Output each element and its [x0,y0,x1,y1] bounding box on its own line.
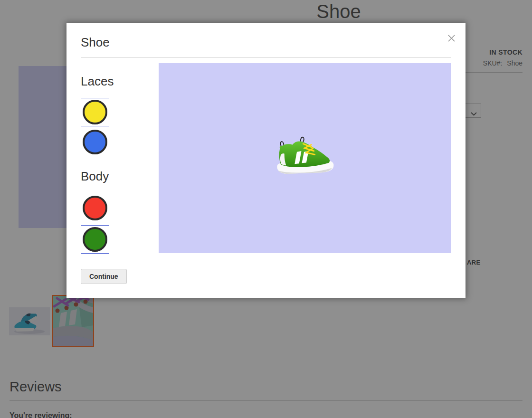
close-icon [448,35,455,42]
swatch-body-green[interactable] [83,227,107,252]
continue-button[interactable]: Continue [81,269,127,284]
shoe-3d-preview[interactable] [159,63,451,253]
swatch-body-red[interactable] [83,196,107,220]
swatch-selected-frame-body [81,225,109,254]
swatch-laces-blue[interactable] [83,130,107,154]
green-shoe-render [274,134,336,180]
screen: Shoe IN STOCK SKU#:Shoe ARE [0,0,532,418]
swatch-laces-yellow[interactable] [83,100,107,124]
modal-title: Shoe [81,35,110,50]
option-heading-laces: Laces [81,74,114,89]
option-heading-body: Body [81,169,109,184]
customize-shoe-modal: Shoe Laces Body Continue [66,23,466,298]
close-button[interactable] [444,30,459,46]
modal-header-divider [81,57,451,57]
swatch-selected-frame-laces [81,98,109,126]
